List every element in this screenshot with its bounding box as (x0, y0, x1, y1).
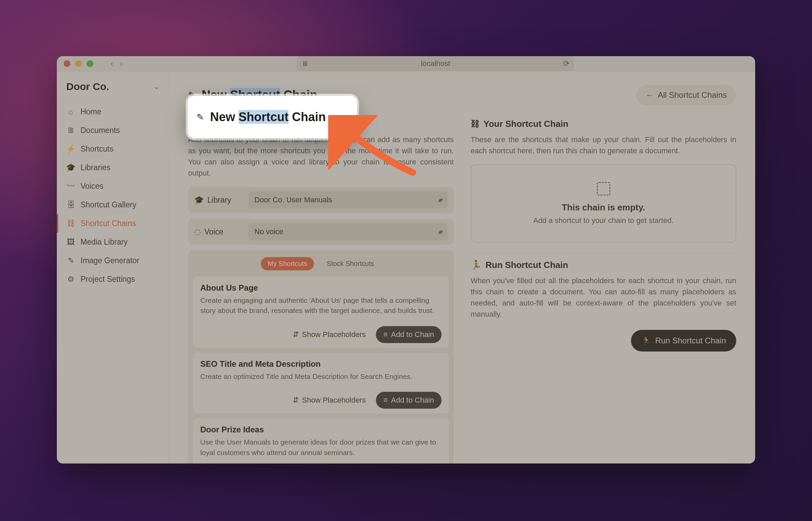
library-select[interactable]: Door Co. User Manuals ▴▾ (248, 191, 448, 208)
shortcut-source-panel: My Shortcuts Stock Shortcuts About Us Pa… (188, 250, 454, 463)
all-shortcut-chains-button[interactable]: ← All Shortcut Chains (636, 85, 736, 105)
button-label: All Shortcut Chains (658, 90, 727, 100)
sidebar-item-label: Home (81, 107, 101, 116)
run-description: When you've filled out all the placehold… (471, 275, 736, 320)
window-controls (64, 60, 93, 67)
tab-my-shortcuts[interactable]: My Shortcuts (261, 257, 314, 270)
url-text: localhost (421, 59, 450, 68)
builder-icon: ☰ (188, 119, 196, 129)
select-caret-icon: ▴▾ (438, 196, 442, 204)
media-icon: 🖼 (66, 237, 75, 247)
card-description: Create an optimized Title and Meta Descr… (200, 371, 442, 382)
chain-builder-column: ☰ Chain Builder Add shortcuts to your ch… (188, 119, 454, 463)
sidebar-item-label: Shortcuts (81, 144, 113, 154)
site-settings-icon: 🖥 (301, 60, 308, 68)
sidebar-item-gallery[interactable]: 🗄 Shortcut Gallery (57, 196, 169, 214)
your-chain-column: ⛓ Your Shortcut Chain These are the shor… (471, 119, 736, 463)
card-description: Use the User Manuals to generate ideas f… (200, 437, 442, 458)
run-icon: 🏃 (471, 260, 481, 270)
sidebar-item-libraries[interactable]: 🎓 Libraries (57, 158, 169, 177)
arrow-left-icon: ← (646, 90, 654, 100)
page-header: ✎ New Shortcut Chain ← All Shortcut Chai… (169, 71, 755, 115)
back-button[interactable]: ‹ (110, 58, 113, 69)
sidebar: Door Co. ⌄ ⌂ Home 🗎 Documents ⚡ Shortcut… (57, 71, 169, 463)
libraries-icon: 🎓 (66, 163, 75, 172)
button-label: Add to Chain (391, 330, 434, 339)
sidebar-item-label: Shortcut Gallery (81, 200, 136, 209)
voice-icon: ◌ (194, 227, 201, 236)
sidebar-item-media[interactable]: 🖼 Media Library (57, 233, 169, 251)
expand-icon: ⇵ (293, 396, 299, 405)
card-title: About Us Page (200, 283, 442, 293)
card-description: Create an engaging and authentic 'About … (200, 295, 442, 316)
sidebar-item-label: Image Generator (81, 256, 139, 265)
run-icon: 🏃 (641, 336, 651, 345)
stack-icon: ≡ (383, 396, 388, 405)
section-heading: Your Shortcut Chain (483, 119, 568, 129)
fullscreen-window-button[interactable] (87, 60, 93, 67)
sidebar-item-label: Media Library (81, 237, 128, 247)
empty-chain-placeholder: This chain is empty. Add a shortcut to y… (471, 164, 736, 243)
tab-stock-shortcuts[interactable]: Stock Shortcuts (320, 257, 381, 270)
sidebar-item-documents[interactable]: 🗎 Documents (57, 121, 169, 140)
settings-icon: ⚙ (66, 275, 75, 284)
empty-title: This chain is empty. (478, 202, 729, 213)
builder-description: Add shortcuts to your chain to run seque… (188, 134, 454, 179)
sidebar-item-label: Documents (81, 126, 120, 135)
refresh-icon[interactable]: ⟳ (563, 59, 569, 68)
sidebar-item-label: Support (76, 463, 104, 463)
select-caret-icon: ▴▾ (438, 228, 442, 235)
sidebar-item-home[interactable]: ⌂ Home (57, 103, 169, 121)
sidebar-item-label: Project Settings (81, 275, 135, 284)
sidebar-item-shortcut-chains[interactable]: ⛓ Shortcut Chains (57, 214, 169, 233)
add-to-chain-button[interactable]: ≡ Add to Chain (376, 326, 442, 343)
shortcuts-icon: ⚡ (66, 144, 75, 154)
browser-window: ‹ › 🖥 localhost ⟳ Door Co. ⌄ ⌂ Home 🗎 Do… (57, 56, 755, 463)
section-heading: Chain Builder (200, 119, 257, 129)
shortcut-card: SEO Title and Meta Description Create an… (193, 353, 449, 413)
edit-title-icon[interactable]: ✎ (188, 90, 196, 100)
url-bar[interactable]: 🖥 localhost ⟳ (297, 56, 574, 71)
card-title: Door Prize Ideas (200, 425, 442, 434)
button-label: Show Placeholders (302, 330, 366, 339)
documents-icon: 🗎 (66, 126, 75, 135)
expand-icon: ⇵ (293, 330, 299, 339)
workspace-switcher[interactable]: Door Co. ⌄ (57, 79, 169, 103)
run-shortcut-chain-button[interactable]: 🏃 Run Shortcut Chain (631, 330, 736, 352)
field-label: Library (207, 196, 231, 205)
show-placeholders-button[interactable]: ⇵ Show Placeholders (288, 326, 370, 343)
stack-icon: ≡ (383, 330, 388, 339)
browser-toolbar: ‹ › 🖥 localhost ⟳ (57, 56, 755, 71)
sidebar-item-project-settings[interactable]: ⚙ Project Settings (57, 270, 169, 289)
button-label: Show Placeholders (302, 396, 366, 405)
run-section: 🏃 Run Shortcut Chain When you've filled … (471, 260, 736, 352)
close-window-button[interactable] (64, 60, 70, 67)
shortcut-card: About Us Page Create an engaging and aut… (193, 276, 449, 348)
chevron-down-icon: ⌄ (153, 82, 159, 91)
card-title: SEO Title and Meta Description (200, 359, 442, 369)
show-placeholders-button[interactable]: ⇵ Show Placeholders (288, 392, 370, 409)
voice-select[interactable]: No voice ▴▾ (248, 223, 448, 240)
workspace-name: Door Co. (66, 81, 109, 92)
add-to-chain-button[interactable]: ≡ Add to Chain (376, 392, 442, 409)
button-label: Add to Chain (391, 396, 434, 405)
image-gen-icon: ✎ (66, 256, 75, 265)
empty-dashed-icon (597, 182, 610, 196)
shortcut-card: Door Prize Ideas Use the User Manuals to… (193, 418, 449, 463)
forward-button[interactable]: › (119, 58, 122, 69)
library-icon: 🎓 (194, 196, 204, 205)
empty-subtitle: Add a shortcut to your chain to get star… (478, 216, 729, 225)
sidebar-item-shortcuts[interactable]: ⚡ Shortcuts (57, 140, 169, 158)
main-content: ✎ New Shortcut Chain ← All Shortcut Chai… (169, 71, 755, 463)
chains-icon: ⛓ (66, 219, 75, 228)
sidebar-item-voices[interactable]: 〰 Voices (57, 177, 169, 196)
sidebar-item-label: Shortcut Chains (81, 219, 136, 228)
sidebar-item-image-generator[interactable]: ✎ Image Generator (57, 251, 169, 270)
sidebar-item-support[interactable]: ? Support (57, 456, 169, 463)
minimize-window-button[interactable] (75, 60, 82, 67)
library-field: 🎓 Library Door Co. User Manuals ▴▾ (188, 187, 454, 213)
voices-icon: 〰 (66, 182, 75, 191)
page-title[interactable]: New Shortcut Chain (202, 88, 317, 102)
home-icon: ⌂ (66, 107, 75, 116)
chain-description: These are the shortcuts that make up you… (471, 134, 736, 156)
